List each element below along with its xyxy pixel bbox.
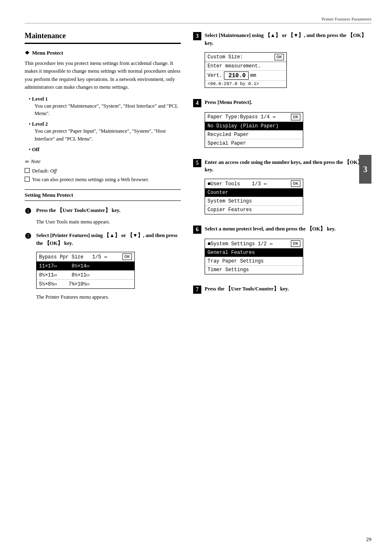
lcd-topbar-text: Paper Type:Bypass 1/4 ⇔	[208, 114, 276, 120]
step-6-text: Select a menu protect level, and then pr…	[205, 225, 371, 233]
page-number: 29	[366, 536, 371, 543]
vert-unit: mm	[250, 73, 256, 78]
lcd-screen-step2: Bypass Ppr Size 1/5 ⇔ OK 11×17▭ 8½×14▭ 8…	[36, 252, 135, 289]
page-header: Printer Features Parameters	[25, 16, 371, 23]
step-4-header: 4 Press [Menu Protect].	[193, 99, 371, 107]
lcd-row-highlighted: 11×17▭ 8½×14▭	[37, 262, 134, 271]
diamond-icon: ❖	[25, 50, 30, 56]
note-item-1: Default: Off	[25, 167, 181, 175]
lcd-range: <90.0-297.0 by 0.1>	[205, 81, 286, 88]
lcd-topbar-text: ■System Settings 1/2 ⇔	[208, 241, 272, 247]
step-2-header: ❷ Select [Printer Features] using 【▲】 or…	[25, 232, 181, 247]
vert-value: 210.0	[224, 71, 249, 80]
level2-desc: You can protect "Paper Input", "Maintena…	[35, 127, 181, 143]
lcd-topbar-text: Custom Size:	[208, 54, 243, 60]
step-2: ❷ Select [Printer Features] using 【▲】 or…	[25, 232, 181, 301]
menu-protect-heading: ❖ Menu Protect	[25, 50, 181, 56]
lcd-topbar: ■User Tools 1/3 ⇔ OK	[205, 179, 303, 189]
bullet-dot: •	[29, 96, 32, 102]
lcd-topbar-text: Bypass Ppr Size 1/5 ⇔	[39, 254, 107, 260]
note-text-2: You can also protect menu settings using…	[32, 176, 149, 184]
step-4-text: Press [Menu Protect].	[205, 99, 371, 106]
level2-title: Level 2	[32, 121, 48, 127]
step-1-header: ❶ Press the 【User Tools/Counter】 key.	[25, 207, 181, 216]
step-2-text: Select [Printer Features] using 【▲】 or 【…	[36, 232, 181, 247]
step-6-header: 6 Select a menu protect level, and then …	[193, 225, 371, 234]
step-1: ❶ Press the 【User Tools/Counter】 key. Th…	[25, 207, 181, 226]
lcd-topbar-text: ■User Tools 1/3 ⇔	[208, 181, 267, 187]
step-4: 4 Press [Menu Protect]. Paper Type:Bypas…	[193, 99, 371, 151]
off-title: Off	[32, 147, 39, 152]
step-3: 3 Select [Maintenance] using 【▲】 or 【▼】,…	[193, 32, 371, 91]
menu-protect-description: This procedure lets you protect menu set…	[25, 60, 181, 92]
lcd-topbar: Bypass Ppr Size 1/5 ⇔ OK	[37, 252, 134, 262]
lcd-row: Timer Settings	[205, 266, 303, 274]
list-item: • Level 1 You can protect "Maintenance",…	[29, 96, 181, 118]
lcd-topbar: ■System Settings 1/2 ⇔ OK	[205, 239, 303, 249]
checkbox-icon	[25, 168, 30, 173]
step-2-subtext: The Printer Features menu appears.	[36, 293, 181, 301]
lcd-row: Copier Features	[205, 206, 303, 214]
lcd-row-highlighted: No Display (Plain Paper)	[205, 122, 303, 131]
note-item-2: You can also protect menu settings using…	[25, 176, 181, 184]
step-3-number: 3	[193, 32, 201, 40]
menu-protect-label: Menu Protect	[32, 50, 63, 56]
right-column: 3 3 Select [Maintenance] using 【▲】 or 【▼…	[193, 32, 371, 307]
ok-box: OK	[291, 240, 300, 247]
lcd-screen-step5: ■User Tools 1/3 ⇔ OK Counter System Sett…	[205, 179, 303, 214]
checkbox-icon	[25, 177, 30, 182]
lcd-row-highlighted: Counter	[205, 189, 303, 197]
lcd-row: 5½×8½▭ 7¾×10½▭	[37, 280, 134, 288]
step-4-number: 4	[193, 99, 201, 107]
lcd-row: Enter measurement.	[205, 62, 286, 71]
lcd-vert-row: Vert. 210.0 mm	[205, 71, 286, 81]
ok-box: OK	[291, 180, 300, 187]
lcd-row: Special Paper	[205, 139, 303, 147]
step-2-number: ❷	[25, 232, 34, 241]
lcd-row: Recycled Paper	[205, 131, 303, 139]
level1-desc: You can protect "Maintenance", "System",…	[35, 102, 181, 118]
setting-menu-protect-heading: Setting Menu Protect	[25, 189, 181, 201]
ok-box: OK	[122, 253, 132, 260]
note-box: ✏ Note Default: Off You can also protect…	[25, 159, 181, 184]
bullet-dot: •	[29, 121, 32, 127]
step-7: 7 Press the 【User Tools/Counter】 key.	[193, 285, 371, 294]
lcd-screen-step3: Custom Size: OK Enter measurement. Vert.…	[205, 52, 287, 88]
ok-box: OK	[274, 54, 284, 60]
tab-number: 3	[359, 155, 371, 184]
bullet-dot: •	[29, 146, 32, 152]
page-container: Printer Features Parameters Maintenance …	[0, 0, 392, 555]
section-title: Maintenance	[25, 32, 181, 44]
note-text-1: Default: Off	[32, 167, 57, 175]
list-item: • Level 2 You can protect "Paper Input",…	[29, 121, 181, 143]
lcd-row: Tray Paper Settings	[205, 257, 303, 266]
lcd-screen-step4: Paper Type:Bypass 1/4 ⇔ OK No Display (P…	[205, 112, 303, 148]
levels-list: • Level 1 You can protect "Maintenance",…	[29, 96, 181, 153]
step-5-text: Enter an access code using the number ke…	[205, 159, 371, 174]
step-5-number: 5	[193, 159, 201, 167]
step-5: 5 Enter an access code using the number …	[193, 159, 371, 218]
pencil-icon: ✏	[25, 159, 29, 165]
step-7-text: Press the 【User Tools/Counter】 key.	[205, 285, 371, 293]
left-column: Maintenance ❖ Menu Protect This procedur…	[25, 32, 181, 307]
step-3-header: 3 Select [Maintenance] using 【▲】 or 【▼】,…	[193, 32, 371, 47]
lcd-row: System Settings	[205, 197, 303, 206]
header-label: Printer Features Parameters	[321, 16, 371, 21]
lcd-row: 8½×11▭ 8½×11▭	[37, 271, 134, 280]
step-5-header: 5 Enter an access code using the number …	[193, 159, 371, 174]
lcd-screen-step6: ■System Settings 1/2 ⇔ OK General Featur…	[205, 239, 303, 274]
vert-label: Vert.	[208, 73, 222, 78]
step-6: 6 Select a menu protect level, and then …	[193, 225, 371, 278]
step-3-text: Select [Maintenance] using 【▲】 or 【▼】, a…	[205, 32, 371, 47]
step-1-text: Press the 【User Tools/Counter】 key.	[36, 207, 181, 214]
main-content: Maintenance ❖ Menu Protect This procedur…	[25, 32, 371, 307]
lcd-topbar: Custom Size: OK	[205, 53, 286, 62]
step-6-number: 6	[193, 226, 201, 234]
list-item: • Off	[29, 146, 181, 153]
note-label: Note	[31, 159, 41, 165]
lcd-topbar: Paper Type:Bypass 1/4 ⇔ OK	[205, 113, 303, 122]
ok-box: OK	[291, 114, 300, 120]
step-7-header: 7 Press the 【User Tools/Counter】 key.	[193, 285, 371, 294]
level1-title: Level 1	[32, 96, 48, 102]
note-heading: ✏ Note	[25, 159, 181, 165]
